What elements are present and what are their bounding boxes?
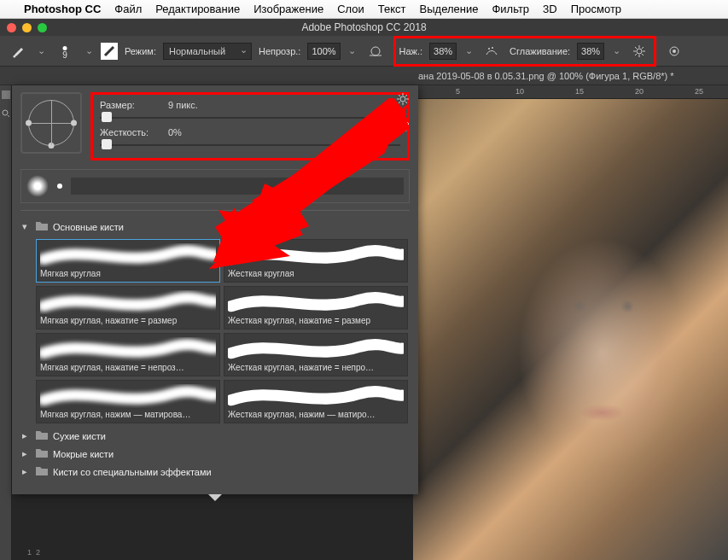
- svg-point-3: [637, 49, 642, 54]
- brush-label: Жесткая круглая: [228, 269, 404, 278]
- brush-preview-mini[interactable]: 9: [53, 42, 77, 60]
- photoshop-window: Adobe Photoshop CC 2018 ⌄ 9 ⌄ Режим: Нор…: [0, 19, 728, 560]
- size-slider[interactable]: [100, 112, 400, 124]
- menu-filter[interactable]: Фильтр: [492, 3, 529, 15]
- svg-rect-6: [2, 90, 10, 99]
- hardness-value[interactable]: 0%: [168, 127, 213, 137]
- recent-brush-2[interactable]: [57, 184, 62, 189]
- svg-point-5: [673, 50, 676, 53]
- folder-main-brushes[interactable]: ▾ Основные кисти: [20, 218, 410, 236]
- brush-settings-icon[interactable]: [101, 43, 118, 60]
- folder-icon: [36, 448, 48, 459]
- brush-preset[interactable]: Мягкая круглая: [36, 239, 220, 283]
- svg-point-0: [371, 47, 380, 55]
- folder-fx[interactable]: ▸ Кисти со специальными эффектами: [20, 463, 410, 481]
- flow-dropdown[interactable]: ⌄: [463, 45, 474, 56]
- svg-point-8: [400, 96, 405, 102]
- options-bar: ⌄ 9 ⌄ Режим: Нормальный Непрозр.: 100% ⌄…: [0, 36, 728, 67]
- window-title: Adobe Photoshop CC 2018: [301, 21, 426, 33]
- brush-label: Жесткая круглая, нажим — матиро…: [228, 410, 404, 419]
- left-toolbar: [0, 85, 12, 560]
- brush-label: Мягкая круглая, нажим — матирова…: [40, 410, 216, 419]
- pressure-size-icon[interactable]: [663, 40, 685, 62]
- brush-label: Мягкая круглая, нажатие = непроз…: [40, 363, 216, 372]
- menu-layers[interactable]: Слои: [337, 3, 364, 15]
- recent-brush-1[interactable]: [26, 175, 49, 197]
- size-value[interactable]: 9 пикс.: [168, 100, 213, 110]
- brush-panel-dropdown[interactable]: ⌄: [84, 45, 94, 56]
- opacity-input[interactable]: 100%: [307, 43, 340, 60]
- chevron-right-icon: ▸: [22, 466, 31, 477]
- folder-label: Основные кисти: [53, 222, 124, 232]
- brush-label: Жесткая круглая, нажатие = размер: [228, 316, 404, 325]
- folder-wet[interactable]: ▸ Мокрые кисти: [20, 445, 410, 463]
- brush-tool-icon[interactable]: [7, 40, 29, 62]
- brush-preset[interactable]: Жесткая круглая, нажатие = размер: [224, 286, 408, 330]
- workspace: 5 10 15 20 25 1 2: [0, 85, 728, 560]
- airbrush-icon[interactable]: [480, 40, 503, 62]
- menu-select[interactable]: Выделение: [420, 3, 479, 15]
- folder-label: Мокрые кисти: [53, 449, 114, 459]
- tool-preset-dropdown[interactable]: ⌄: [36, 45, 46, 56]
- opacity-dropdown[interactable]: ⌄: [347, 45, 358, 56]
- brush-label: Мягкая круглая: [40, 269, 216, 278]
- opacity-label: Непрозр.:: [259, 46, 300, 56]
- highlight-flow-smoothing: Наж.: 38% ⌄ Сглаживание: 38% ⌄: [393, 36, 657, 67]
- window-titlebar: Adobe Photoshop CC 2018: [0, 19, 728, 36]
- panel-gear-icon[interactable]: [396, 92, 410, 108]
- svg-rect-9: [397, 123, 406, 131]
- chevron-right-icon: ▸: [22, 430, 31, 441]
- chevron-right-icon: ▸: [22, 448, 31, 459]
- menu-view[interactable]: Просмотр: [571, 3, 621, 15]
- close-icon[interactable]: [7, 23, 16, 32]
- folder-label: Сухие кисти: [53, 431, 106, 441]
- highlight-size-hardness: Размер: 9 пикс. Жесткость: 0%: [90, 92, 410, 160]
- hardness-slider[interactable]: [100, 139, 400, 151]
- flow-input[interactable]: 38%: [429, 43, 457, 60]
- status-indicator: 1 2: [27, 548, 40, 557]
- folder-dry[interactable]: ▸ Сухие кисти: [20, 427, 410, 445]
- menu-edit[interactable]: Редактирование: [155, 3, 240, 15]
- document-tab[interactable]: ана 2019-05-08 в 0.05.31.png @ 100% (Фиг…: [0, 67, 728, 85]
- menu-image[interactable]: Изображение: [253, 3, 323, 15]
- menu-file[interactable]: Файл: [114, 3, 142, 15]
- smoothing-label: Сглаживание:: [510, 46, 570, 56]
- brush-label: Жесткая круглая, нажатие = непро…: [228, 363, 404, 372]
- app-name[interactable]: Photoshop CC: [24, 3, 101, 15]
- minimize-icon[interactable]: [22, 23, 32, 32]
- smoothing-input[interactable]: 38%: [577, 43, 604, 60]
- brush-preset[interactable]: Мягкая круглая, нажим — матирова…: [36, 380, 220, 423]
- brush-preset[interactable]: Мягкая круглая, нажатие = размер: [36, 286, 220, 330]
- zoom-icon[interactable]: [38, 23, 47, 32]
- menu-text[interactable]: Текст: [378, 3, 406, 15]
- folder-icon: [36, 221, 48, 232]
- panel-pointer-icon: [208, 494, 222, 501]
- blend-mode-select[interactable]: Нормальный: [163, 43, 252, 60]
- mode-label: Режим:: [125, 46, 156, 56]
- hardness-label: Жесткость:: [100, 127, 160, 137]
- chevron-down-icon: ▾: [22, 221, 31, 232]
- brush-preset[interactable]: Мягкая круглая, нажатие = непроз…: [36, 333, 220, 376]
- brush-preset[interactable]: Жесткая круглая: [224, 239, 408, 283]
- pressure-opacity-icon[interactable]: [364, 40, 387, 62]
- window-controls: [7, 23, 47, 32]
- svg-point-7: [3, 110, 8, 115]
- brush-preset[interactable]: Жесткая круглая, нажатие = непро…: [224, 333, 408, 376]
- brush-preset-panel: Размер: 9 пикс. Жесткость: 0%: [12, 85, 418, 494]
- zoom-tool-icon[interactable]: [2, 109, 10, 118]
- document-image: [413, 99, 728, 560]
- recent-search[interactable]: [71, 178, 404, 195]
- brush-preset[interactable]: Жесткая круглая, нажим — матиро…: [224, 380, 408, 423]
- hand-tool-icon[interactable]: [2, 90, 10, 99]
- folder-label: Кисти со специальными эффектами: [53, 467, 212, 477]
- size-label: Размер:: [100, 100, 160, 110]
- flow-label: Наж.:: [399, 46, 423, 56]
- smoothing-gear-icon[interactable]: [628, 40, 650, 62]
- smoothing-dropdown[interactable]: ⌄: [611, 45, 621, 56]
- recent-brushes: [20, 169, 410, 203]
- brush-angle-control[interactable]: [20, 92, 82, 154]
- svg-point-1: [488, 48, 490, 50]
- folder-icon: [36, 430, 48, 441]
- menu-3d[interactable]: 3D: [543, 3, 557, 15]
- mac-menubar: Photoshop CC Файл Редактирование Изображ…: [0, 0, 728, 19]
